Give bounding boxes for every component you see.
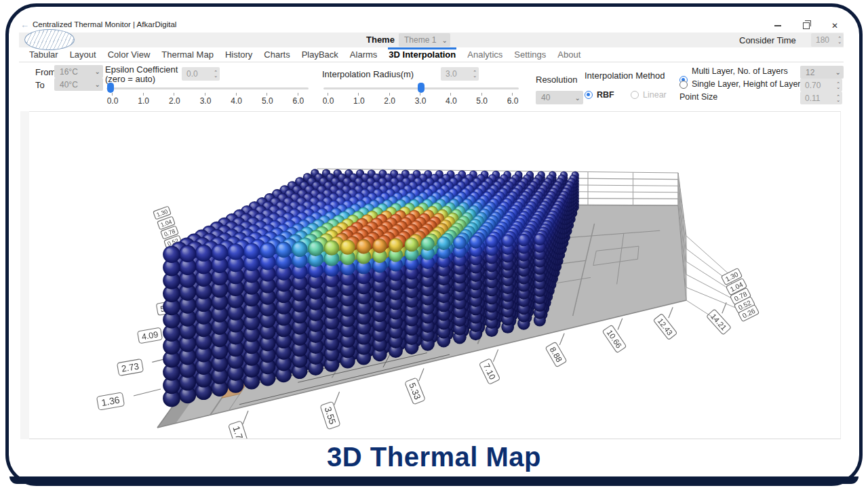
close-button[interactable]: ✕ xyxy=(826,20,844,31)
spinner-arrows-icon[interactable]: ⌃⌄ xyxy=(837,37,842,43)
close-icon: ✕ xyxy=(831,22,838,30)
chevron-down-icon: ⌄ xyxy=(95,81,100,88)
chevron-down-icon: ⌄ xyxy=(575,94,580,102)
resolution-dropdown[interactable]: 40 ⌄ xyxy=(536,91,583,104)
epsilon-slider-handle[interactable] xyxy=(107,83,114,93)
tab-color-view[interactable]: Color View xyxy=(107,48,151,62)
tab-settings[interactable]: Settings xyxy=(513,48,547,62)
logo-placeholder xyxy=(24,29,75,50)
resolution-label: Resolution xyxy=(536,75,577,85)
consider-time-label: Consider Time xyxy=(739,35,796,45)
theme-dropdown[interactable]: Theme 1 ⌄ xyxy=(399,33,450,47)
single-layer-height-value: 0.70 xyxy=(805,81,821,90)
to-temperature-dropdown[interactable]: 40°C ⌄ xyxy=(54,78,103,91)
theme-label: Theme xyxy=(366,35,395,45)
tab-charts[interactable]: Charts xyxy=(263,48,290,62)
from-temperature-dropdown[interactable]: 16°C ⌄ xyxy=(54,65,103,78)
from-label: From xyxy=(35,67,56,77)
single-layer-radio[interactable] xyxy=(679,81,688,89)
rbf-radio[interactable] xyxy=(585,91,593,99)
rbf-label: RBF xyxy=(597,90,614,100)
minimize-icon xyxy=(774,25,781,26)
spinner-arrows-icon[interactable]: ⌃⌄ xyxy=(214,70,218,77)
restore-icon xyxy=(803,22,810,29)
to-label: To xyxy=(35,80,45,90)
to-temperature-value: 40°C xyxy=(60,80,78,89)
interpolation-radius-value: 3.0 xyxy=(446,69,457,79)
single-layer-height-spinner[interactable]: 0.70 ⌃⌄ xyxy=(800,79,842,92)
tab-playback[interactable]: PlayBack xyxy=(301,48,339,62)
interpolation-radius-slider-handle[interactable] xyxy=(418,83,425,93)
window-title: Centralized Thermal Monitor | AfkarDigit… xyxy=(33,20,176,28)
point-size-value: 0.11 xyxy=(805,94,820,103)
multi-layer-count-dropdown[interactable]: 12 ⌄ xyxy=(800,66,844,79)
tab-layout[interactable]: Layout xyxy=(69,48,97,62)
interpolation-radius-slider[interactable] xyxy=(323,87,519,89)
thermal-3d-viewport xyxy=(29,111,841,439)
point-size-label: Point Size xyxy=(679,92,717,102)
epsilon-slider-ticks: 0.01.0 2.03.0 4.05.0 6.0 xyxy=(104,96,307,106)
tab-about[interactable]: About xyxy=(557,48,581,62)
interpolation-radius-spinner[interactable]: 3.0 ⌃⌄ xyxy=(441,67,479,81)
resolution-value: 40 xyxy=(541,93,550,102)
interpolation-radius-label: Interpolation Radius(m) xyxy=(322,69,414,79)
interpolation-method-label: Interpolation Method xyxy=(585,70,665,81)
point-size-spinner[interactable]: 0.11 ⌃⌄ xyxy=(800,92,842,104)
linear-radio[interactable] xyxy=(631,91,639,99)
minimize-button[interactable] xyxy=(769,20,787,31)
plot-left-gutter xyxy=(20,111,29,439)
multi-layer-label: Multi Layer, No. of Layers xyxy=(692,66,788,76)
window-frame-bottom xyxy=(9,476,859,484)
spinner-arrows-icon[interactable]: ⌃⌄ xyxy=(473,70,477,77)
single-layer-label: Single Layer, Height of Layer xyxy=(692,79,801,89)
chevron-down-icon: ⌄ xyxy=(442,37,448,44)
tab-bar: Tabular Layout Color View Thermal Map Hi… xyxy=(19,47,844,62)
linear-label: Linear xyxy=(643,90,667,100)
interpolation-radius-slider-ticks: 0.01.0 2.03.0 4.05.0 6.0 xyxy=(319,96,521,106)
tab-thermal-map[interactable]: Thermal Map xyxy=(161,48,214,62)
multi-layer-count-value: 12 xyxy=(806,68,814,77)
theme-dropdown-value: Theme 1 xyxy=(404,35,436,45)
epsilon-value: 0.0 xyxy=(186,69,198,79)
epsilon-slider[interactable] xyxy=(106,87,309,89)
consider-time-spinner[interactable]: 180 ⌃⌄ xyxy=(811,33,844,47)
tab-3d-interpolation[interactable]: 3D Interpolation xyxy=(388,47,456,62)
restore-button[interactable] xyxy=(797,20,815,31)
plot-title: 3D Thermal Map xyxy=(0,442,868,472)
tab-tabular[interactable]: Tabular xyxy=(28,48,59,62)
chevron-down-icon: ⌄ xyxy=(95,68,100,75)
chevron-down-icon: ⌄ xyxy=(835,68,841,76)
epsilon-spinner[interactable]: 0.0 ⌃⌄ xyxy=(182,67,220,81)
spinner-arrows-icon[interactable]: ⌃⌄ xyxy=(836,82,840,89)
spinner-arrows-icon[interactable]: ⌃⌄ xyxy=(836,95,840,102)
back-arrow-icon[interactable]: ← xyxy=(20,20,29,30)
tab-analytics[interactable]: Analytics xyxy=(467,48,503,62)
thermal-3d-canvas[interactable] xyxy=(29,113,840,439)
tab-alarms[interactable]: Alarms xyxy=(349,48,378,62)
consider-time-value: 180 xyxy=(816,35,829,45)
tab-history[interactable]: History xyxy=(224,48,253,62)
from-temperature-value: 16°C xyxy=(60,67,78,77)
epsilon-label: Epsilon Coefficient (zero = auto) xyxy=(105,65,178,84)
